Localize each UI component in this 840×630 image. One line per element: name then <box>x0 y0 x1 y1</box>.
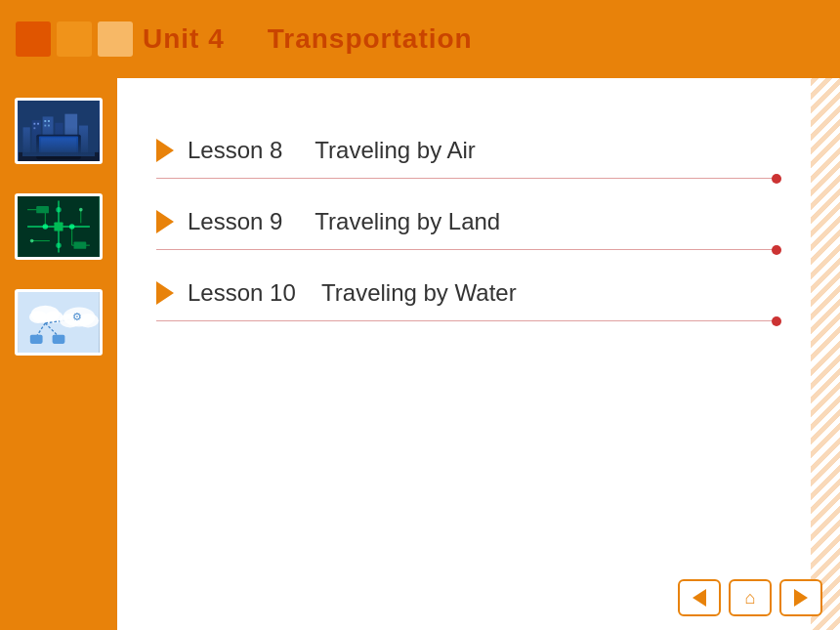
home-button[interactable]: ⌂ <box>729 579 772 616</box>
lesson-8-spacer <box>289 137 309 163</box>
lesson-8-item[interactable]: Lesson 8 Traveling by Air <box>156 137 801 164</box>
lesson-10-number: Lesson 10 <box>188 279 296 306</box>
lesson-10-arrow-icon <box>156 281 174 305</box>
svg-rect-29 <box>74 242 87 249</box>
lesson-8-label: Lesson 8 Traveling by Air <box>188 137 476 164</box>
svg-rect-0 <box>19 101 99 161</box>
forward-button[interactable] <box>779 579 822 616</box>
lesson-10-topic: Traveling by Water <box>321 279 517 306</box>
lesson-8-arrow-icon <box>156 139 174 162</box>
bottom-navigation: ⌂ <box>678 579 822 616</box>
thumbnail-2 <box>15 193 103 260</box>
square-3 <box>98 21 133 57</box>
svg-rect-15 <box>39 136 78 155</box>
svg-rect-28 <box>36 206 49 213</box>
lesson-8-number: Lesson 8 <box>188 137 282 163</box>
lesson-10-item[interactable]: Lesson 10 Traveling by Water <box>156 279 801 307</box>
lesson-9-item[interactable]: Lesson 9 Traveling by Land <box>156 208 801 235</box>
home-icon: ⌂ <box>745 588 756 609</box>
stripe-decoration <box>811 78 840 630</box>
lesson-8-topic: Traveling by Air <box>315 137 476 163</box>
lesson-9-topic: Traveling by Land <box>315 208 500 234</box>
svg-point-33 <box>56 242 61 247</box>
svg-rect-1 <box>23 127 30 153</box>
svg-rect-3 <box>43 116 54 153</box>
svg-rect-44 <box>53 335 65 344</box>
lesson-10-spacer <box>302 279 315 306</box>
svg-rect-10 <box>44 120 46 122</box>
svg-rect-7 <box>33 123 35 125</box>
svg-rect-17 <box>19 152 99 161</box>
svg-point-32 <box>56 207 61 212</box>
lesson-9-arrow-icon <box>156 210 174 233</box>
svg-point-38 <box>29 311 47 323</box>
lesson-9-number: Lesson 9 <box>188 208 282 234</box>
svg-rect-6 <box>79 126 88 154</box>
thumbnail-1 <box>15 98 103 164</box>
square-2 <box>57 21 92 57</box>
header-title: Unit 4 Transportation <box>143 23 473 55</box>
back-arrow-icon <box>693 589 706 607</box>
forward-arrow-icon <box>794 589 808 607</box>
svg-text:⚙: ⚙ <box>72 311 82 322</box>
svg-rect-5 <box>64 114 77 154</box>
lesson-10-divider <box>156 320 781 321</box>
svg-point-30 <box>43 224 48 229</box>
lesson-10-label: Lesson 10 Traveling by Water <box>188 279 517 307</box>
sidebar: ⚙ <box>0 78 117 630</box>
back-button[interactable] <box>678 579 721 616</box>
square-1 <box>16 21 51 57</box>
content-panel: Lesson 8 Traveling by Air Lesson 9 Trave… <box>117 78 840 630</box>
lesson-9-spacer <box>289 208 309 234</box>
header-bar: Unit 4 Transportation <box>0 0 840 78</box>
slide-container: Unit 4 Transportation <box>0 0 840 630</box>
svg-rect-12 <box>44 125 46 127</box>
lesson-8-divider <box>156 178 781 179</box>
thumbnail-3: ⚙ <box>15 289 103 356</box>
svg-rect-2 <box>32 120 41 154</box>
header-squares <box>16 21 133 57</box>
svg-rect-13 <box>48 125 50 127</box>
svg-rect-43 <box>30 335 43 344</box>
header-separator <box>233 23 259 54</box>
svg-rect-8 <box>37 123 39 125</box>
transportation-label: Transportation <box>268 23 473 54</box>
main-area: ⚙ Lesson 8 Traveling by Air <box>0 78 840 630</box>
svg-rect-16 <box>41 138 76 153</box>
svg-rect-4 <box>55 123 63 154</box>
svg-point-34 <box>30 239 34 243</box>
unit-label: Unit 4 <box>143 23 225 54</box>
lesson-9-divider <box>156 249 781 250</box>
svg-rect-14 <box>36 135 81 160</box>
svg-point-31 <box>69 224 74 229</box>
lesson-9-label: Lesson 9 Traveling by Land <box>188 208 500 235</box>
svg-rect-11 <box>48 120 50 122</box>
svg-rect-9 <box>33 127 35 129</box>
svg-rect-27 <box>54 222 63 231</box>
svg-point-35 <box>79 208 83 212</box>
